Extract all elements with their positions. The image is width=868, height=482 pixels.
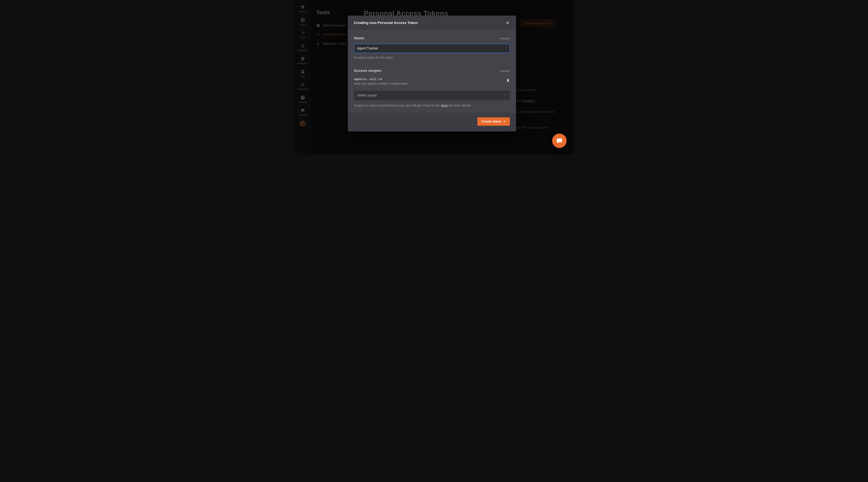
select-scope-placeholder: Select scope (357, 93, 377, 97)
scope-item: agents--all:ro read any agents profiles … (354, 76, 510, 89)
svg-rect-29 (508, 80, 508, 81)
create-token-button[interactable]: Create token + (477, 117, 510, 126)
scopes-hint-text: Scopes is a list of permissions your app… (354, 104, 441, 107)
select-scope-dropdown[interactable]: Select scope (354, 91, 510, 100)
modal-close-button[interactable] (505, 21, 510, 25)
chevron-down-icon (504, 93, 507, 97)
scope-desc: read any agents profiles configuration (354, 82, 408, 86)
name-hint: A unique name for the token (354, 56, 510, 59)
create-pat-modal: Creating new Personal Access Token Name … (348, 15, 516, 131)
close-icon (506, 21, 509, 25)
trash-icon (506, 78, 510, 83)
modal-footer: Create token + (348, 113, 516, 131)
plus-icon: + (503, 120, 506, 124)
scopes-hint-text: for more details. (448, 104, 472, 107)
scopes-required: required (500, 69, 510, 72)
scope-code: agents--all:ro (354, 77, 408, 81)
modal-body: Name required A unique name for the toke… (348, 30, 516, 109)
token-name-input[interactable] (354, 44, 510, 53)
modal-header: Creating new Personal Access Token (348, 15, 516, 30)
svg-rect-28 (507, 79, 509, 79)
delete-scope-button[interactable] (506, 78, 510, 83)
chat-fab[interactable] (552, 133, 567, 148)
name-label: Name (354, 36, 364, 40)
docs-link[interactable]: docs (441, 104, 448, 107)
create-token-label: Create token (482, 120, 501, 124)
chat-bubble-icon (556, 137, 563, 144)
scopes-label: Access scopes (354, 68, 381, 73)
scopes-hint: Scopes is a list of permissions your app… (354, 104, 510, 107)
name-required: required (500, 37, 510, 40)
modal-title: Creating new Personal Access Token (354, 21, 418, 25)
